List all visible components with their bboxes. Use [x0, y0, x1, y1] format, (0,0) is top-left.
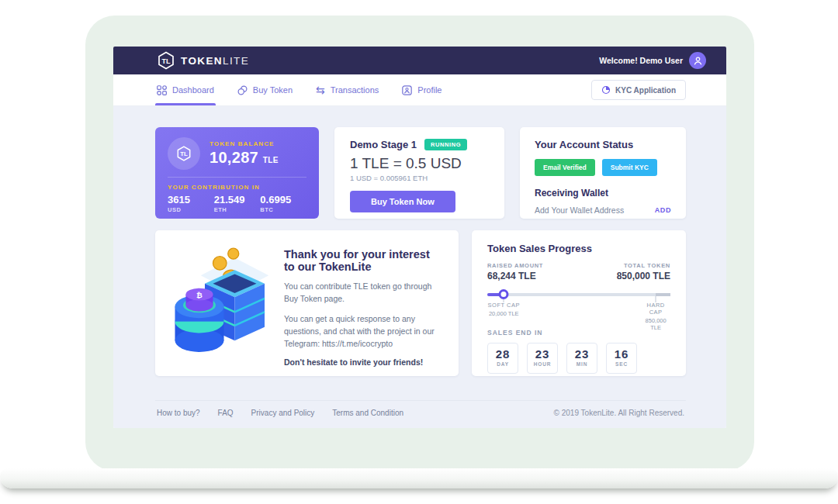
tab-label: Profile	[417, 85, 442, 95]
coins-icon	[237, 85, 248, 95]
screen-footer: How to buy? FAQ Privacy and Policy Terms…	[155, 400, 686, 428]
wallet-hint: Add Your Wallet Address	[535, 205, 624, 215]
contribution-values: 3615 USD 21.549 ETH 0.6995 BTC	[168, 194, 306, 213]
email-verified-badge[interactable]: Email Verified	[535, 159, 595, 176]
total-token-block: TOTAL TOKEN 850,000 TLE	[617, 262, 670, 281]
contribution-eth: 21.549 ETH	[214, 194, 261, 213]
profile-icon	[402, 85, 412, 95]
kyc-pie-icon	[601, 85, 611, 95]
sales-progress-slider	[487, 289, 670, 300]
tab-dashboard[interactable]: Dashboard	[157, 74, 214, 105]
buy-token-now-button[interactable]: Buy Token Now	[350, 191, 455, 212]
thank-you-card: ₿ Thank you for your interest to our Tok…	[155, 230, 459, 376]
crypto-coins-illustration: ₿	[163, 243, 279, 363]
token-sub-rate: 1 USD = 0.005961 ETH	[350, 174, 489, 182]
raised-amount-block: RAISED AMOUNT 68,244 TLE	[487, 262, 543, 281]
contribution-usd: 3615 USD	[168, 194, 214, 213]
slider-tail	[656, 293, 670, 296]
dashboard-icon	[157, 85, 167, 95]
brand-logo[interactable]: TL TOKENLITE	[157, 51, 249, 70]
balance-amount: 10,287 TLE	[210, 149, 279, 167]
person-icon	[693, 56, 703, 66]
countdown-hours: 23 HOUR	[527, 343, 558, 374]
contribution-label: YOUR CONTRIBUTION IN	[168, 184, 306, 191]
transfer-arrows-icon: ⇆	[316, 85, 325, 95]
add-wallet-link[interactable]: ADD	[655, 206, 671, 214]
countdown-days: 28 DAY	[487, 343, 518, 374]
thanks-paragraph-1: You can contribute TLE token go through …	[284, 280, 443, 306]
account-status-title: Your Account Status	[535, 139, 671, 150]
countdown: 28 DAY 23 HOUR 23 MIN 16	[487, 343, 670, 374]
tab-label: Buy Token	[253, 85, 293, 95]
brand-name: TOKENLITE	[181, 55, 249, 67]
sales-end-label: SALES END IN	[487, 329, 670, 337]
footer-link-terms[interactable]: Terms and Condition	[332, 409, 403, 417]
tokenlite-logo-icon: TL	[157, 51, 175, 70]
footer-link-how-to-buy[interactable]: How to buy?	[157, 409, 200, 417]
svg-text:₿: ₿	[196, 291, 203, 299]
footer-links: How to buy? FAQ Privacy and Policy Terms…	[157, 409, 403, 417]
tab-label: Dashboard	[172, 85, 214, 95]
contribution-btc: 0.6995 BTC	[260, 194, 306, 213]
slider-track	[487, 293, 670, 296]
bottom-cards-row: ₿ Thank you for your interest to our Tok…	[155, 230, 686, 376]
welcome-text: Welcome! Demo User	[599, 56, 683, 65]
soft-cap-label: SOFT CAP 20,000 TLE	[488, 302, 520, 317]
tab-transactions[interactable]: ⇆ Transactions	[316, 74, 379, 105]
tab-buy-token[interactable]: Buy Token	[237, 74, 293, 105]
kyc-application-button[interactable]: KYC Application	[591, 80, 686, 100]
thanks-paragraph-2: You can get a quick response to any ques…	[284, 312, 443, 350]
laptop-mockup: TL TOKENLITE Welcome! Demo User	[0, 0, 838, 504]
nav-tabs: Dashboard Buy Token ⇆ Transactions	[157, 74, 442, 105]
kyc-button-label: KYC Application	[615, 86, 676, 95]
dashboard-content: TL TOKEN BALANCE 10,287 TLE YOUR CONTRIB…	[113, 106, 726, 428]
submit-kyc-badge[interactable]: Submit KYC	[602, 159, 657, 176]
token-balance-card: TL TOKEN BALANCE 10,287 TLE YOUR CONTRIB…	[155, 127, 319, 219]
user-area: Welcome! Demo User	[599, 52, 706, 69]
tab-profile[interactable]: Profile	[402, 74, 442, 105]
countdown-seconds: 16 SEC	[606, 343, 637, 374]
progress-title: Token Sales Progress	[487, 243, 670, 254]
token-logo-badge: TL	[168, 137, 200, 170]
token-rate: 1 TLE = 0.5 USD	[350, 155, 489, 172]
user-avatar[interactable]	[689, 52, 706, 69]
sale-stage-card: Demo Stage 1 RUNNING 1 TLE = 0.5 USD 1 U…	[334, 127, 504, 219]
app-window: TL TOKENLITE Welcome! Demo User	[113, 47, 726, 428]
top-cards-row: TL TOKEN BALANCE 10,287 TLE YOUR CONTRIB…	[155, 127, 686, 219]
slider-handle[interactable]	[499, 289, 509, 299]
top-header-bar: TL TOKENLITE Welcome! Demo User	[113, 47, 726, 74]
svg-text:TL: TL	[180, 150, 188, 157]
countdown-minutes: 23 MIN	[566, 343, 597, 374]
account-status-card: Your Account Status Email Verified Submi…	[520, 127, 686, 219]
footer-link-faq[interactable]: FAQ	[218, 409, 234, 417]
hard-cap-label: HARD CAP 850,000 TLE	[646, 302, 667, 331]
balance-label: TOKEN BALANCE	[210, 140, 279, 147]
balance-top: TL TOKEN BALANCE 10,287 TLE	[168, 137, 306, 178]
main-nav: Dashboard Buy Token ⇆ Transactions	[113, 74, 726, 106]
copyright-text: © 2019 TokenLite. All Right Reserved.	[554, 409, 684, 417]
tab-label: Transactions	[331, 85, 379, 95]
footer-link-privacy[interactable]: Privacy and Policy	[251, 409, 315, 417]
svg-text:TL: TL	[162, 57, 171, 65]
laptop-base	[0, 468, 838, 488]
thanks-invite-line: Don't hesitate to invite your friends!	[284, 357, 443, 367]
stage-title: Demo Stage 1	[350, 139, 417, 150]
receiving-wallet-title: Receiving Wallet	[535, 188, 671, 198]
token-sales-progress-card: Token Sales Progress RAISED AMOUNT 68,24…	[472, 230, 686, 376]
tokenlite-hex-icon: TL	[175, 145, 192, 162]
thanks-title: Thank you for your interest to our Token…	[284, 248, 443, 273]
contribution-section: YOUR CONTRIBUTION IN 3615 USD 21.549 ETH	[168, 184, 306, 213]
running-status-badge: RUNNING	[424, 139, 467, 150]
